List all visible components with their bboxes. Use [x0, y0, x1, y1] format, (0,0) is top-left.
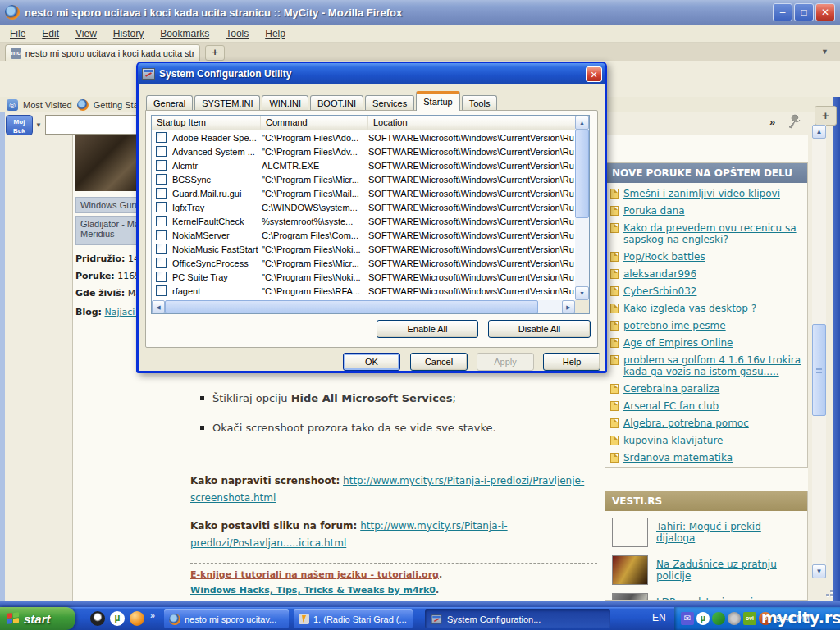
wrench-icon[interactable] [786, 114, 802, 130]
maximize-button[interactable]: □ [794, 3, 814, 21]
startup-item-checkbox[interactable] [156, 174, 167, 185]
tab-boot-ini[interactable]: BOOT.INI [310, 95, 363, 111]
forum-topic-link[interactable]: CyberSrbin032 [623, 285, 696, 297]
startup-item-checkbox[interactable] [156, 146, 167, 157]
table-row[interactable]: Alcmtr ALCMTR.EXE SOFTWARE\Microsoft\Win… [152, 158, 575, 172]
table-row[interactable]: PC Suite Tray "C:\Program Files\Noki... … [152, 270, 575, 284]
list-vertical-scrollbar[interactable]: ▲ ▼ [575, 116, 589, 300]
utorrent-tray-icon[interactable]: µ [696, 612, 710, 625]
table-row[interactable]: rfagent "C:\Program Files\RFA... SOFTWAR… [152, 284, 575, 298]
disable-all-button[interactable]: Disable All [488, 320, 591, 338]
startup-item-checkbox[interactable] [156, 244, 167, 254]
ok-button[interactable]: OK [343, 353, 400, 371]
task-msconfig[interactable]: System Configuration... [425, 609, 610, 628]
scroll-down-icon[interactable]: ▼ [812, 564, 826, 578]
startup-item-checkbox[interactable] [156, 188, 167, 199]
table-row[interactable]: KernelFaultCheck %systemroot%\syste... S… [152, 214, 575, 228]
scrollbar-thumb[interactable] [575, 130, 589, 218]
forum-topic-link[interactable]: problem sa golfom 4 1.6 16v trokira kada… [623, 354, 802, 377]
scrollbar-thumb[interactable] [165, 300, 538, 313]
start-button[interactable]: start [0, 607, 75, 630]
bookmark-getting-started[interactable]: Getting Sta [94, 100, 139, 110]
forum-topic-link[interactable]: potrebno ime pesme [623, 320, 726, 331]
scroll-right-icon[interactable]: ▶ [562, 300, 575, 313]
forum-topic-link[interactable]: Poruka dana [623, 205, 685, 217]
startup-item-checkbox[interactable] [156, 132, 167, 143]
enable-all-button[interactable]: Enable All [377, 320, 478, 338]
menu-item[interactable]: File [10, 28, 25, 39]
orange-ball-icon[interactable] [130, 611, 144, 626]
column-command[interactable]: Command [261, 116, 368, 130]
tab-startup[interactable]: Startup [416, 91, 459, 111]
tab-system-ini[interactable]: SYSTEM.INI [194, 95, 260, 111]
startup-item-checkbox[interactable] [156, 160, 167, 171]
utorrent-icon[interactable]: µ [110, 611, 125, 626]
apply-button[interactable]: Apply [477, 353, 534, 371]
startup-item-checkbox[interactable] [156, 285, 167, 296]
forum-topic-link[interactable]: kupovina klavijature [623, 435, 723, 446]
task-winamp[interactable]: 1. (Radio Stari Grad (... [294, 609, 413, 628]
tutoriali-link[interactable]: E-knjige i tutoriali na našem jeziku - t… [190, 569, 439, 580]
table-row[interactable]: Advanced System ... "C:\Program Files\Ad… [152, 144, 575, 158]
mail-tray-icon[interactable] [681, 612, 694, 625]
startup-item-checkbox[interactable] [156, 230, 167, 240]
news-link[interactable]: Na Zadušnice uz pratnju policije [656, 559, 801, 582]
column-location[interactable]: Location [368, 116, 575, 130]
fox-quicklaunch-icon[interactable] [90, 611, 105, 626]
scroll-left-icon[interactable]: ◀ [152, 300, 165, 313]
tab-services[interactable]: Services [365, 95, 414, 111]
list-horizontal-scrollbar[interactable]: ◀ ▶ [152, 300, 575, 313]
startup-item-checkbox[interactable] [156, 258, 167, 268]
menu-item[interactable]: Edit [42, 28, 59, 39]
forum-topic-link[interactable]: Kako izgleda vas desktop ? [623, 303, 756, 314]
close-button[interactable]: ✕ [815, 3, 835, 21]
mojbuk-button[interactable]: Moj Buk [6, 115, 33, 135]
table-row[interactable]: Adobe Reader Spe... "C:\Program Files\Ad… [152, 130, 575, 144]
download-manager-tray-icon[interactable] [712, 612, 725, 625]
tab-tools[interactable]: Tools [462, 95, 498, 111]
table-row[interactable]: Guard.Mail.ru.gui "C:\Program Files\Mail… [152, 186, 575, 200]
scroll-up-icon[interactable]: ▲ [812, 125, 826, 139]
browser-tab[interactable]: mc nesto mi sporo ucitava i koci kada uc… [5, 44, 200, 61]
scroll-down-icon[interactable]: ▼ [575, 286, 589, 300]
forum-topic-link[interactable]: Age of Empires Online [623, 337, 733, 349]
cancel-button[interactable]: Cancel [410, 353, 468, 371]
forum-topic-link[interactable]: Kako da prevedem ovu recenicu sa sapskog… [623, 222, 802, 245]
help-button[interactable]: Help [543, 353, 600, 371]
forum-topic-link[interactable]: Cerebralna paraliza [623, 383, 719, 395]
windows-hacks-link[interactable]: Windows Hacks, Tips, Tricks & Tweaks by … [190, 585, 436, 596]
tab-general[interactable]: General [146, 95, 193, 111]
menu-item[interactable]: Bookmarks [160, 28, 209, 39]
camera-tray-icon[interactable] [728, 612, 741, 625]
forum-topic-link[interactable]: Smešni i zanimljivi video klipovi [623, 188, 780, 199]
forum-topic-link[interactable]: Arsenal FC fan club [623, 400, 719, 412]
forum-topic-link[interactable]: Pop/Rock battles [623, 251, 705, 262]
menu-item[interactable]: History [113, 28, 144, 39]
startup-item-checkbox[interactable] [156, 216, 167, 226]
ovi-tray-icon[interactable]: ovi [743, 612, 756, 625]
table-row[interactable]: IgfxTray C:\WINDOWS\system... SOFTWARE\M… [152, 200, 575, 214]
minimize-button[interactable]: – [773, 3, 792, 21]
chevron-down-icon[interactable]: ▼ [35, 121, 42, 129]
bookmark-most-visited[interactable]: Most Visited [23, 100, 72, 110]
menu-item[interactable]: View [75, 28, 97, 39]
menu-item[interactable]: Tools [226, 28, 249, 39]
table-row[interactable]: BCSSync "C:\Program Files\Micr... SOFTWA… [152, 172, 575, 186]
overflow-chevron-icon[interactable]: » [769, 116, 775, 128]
menu-item[interactable]: Help [265, 28, 285, 39]
new-tab-button[interactable]: + [205, 45, 225, 61]
quicklaunch-overflow-icon[interactable]: » [150, 610, 155, 620]
startup-item-checkbox[interactable] [156, 202, 167, 212]
dialog-close-button[interactable]: ✕ [586, 66, 602, 82]
startup-item-checkbox[interactable] [156, 272, 167, 282]
chevron-down-icon[interactable]: ▼ [821, 48, 829, 56]
task-firefox[interactable]: nesto mi sporo ucitav... [164, 609, 289, 628]
news-link[interactable]: Tahiri: Moguć i prekid dijaloga [656, 521, 801, 544]
column-startup-item[interactable]: Startup Item [152, 116, 261, 130]
table-row[interactable]: NokiaMusic FastStart "C:\Program Files\N… [152, 242, 575, 256]
news-link[interactable]: LDP predstavio svoj "Preokret" [656, 596, 801, 601]
scroll-up-icon[interactable]: ▲ [575, 116, 589, 130]
page-scrollbar-thumb[interactable] [812, 324, 826, 416]
forum-topic-link[interactable]: Srđanova matematika [623, 452, 733, 463]
table-row[interactable]: OfficeSyncProcess "C:\Program Files\Micr… [152, 256, 575, 270]
